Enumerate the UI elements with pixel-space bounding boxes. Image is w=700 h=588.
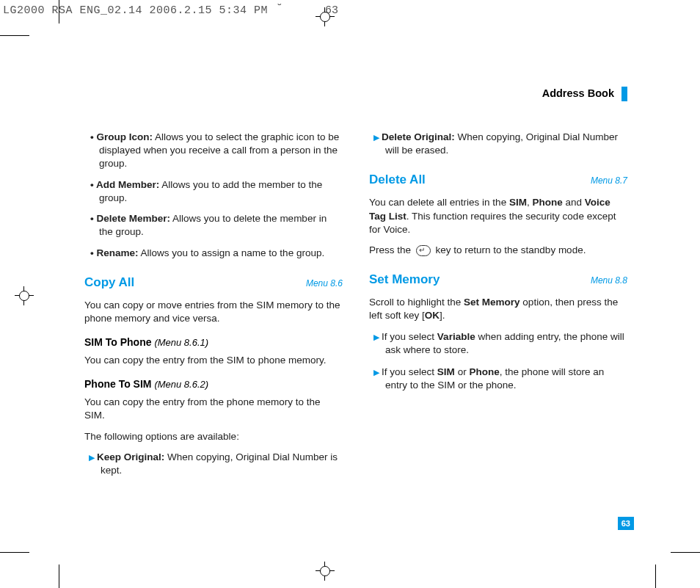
option-keep-original: Keep Original: When copying, Original Di…	[84, 451, 343, 477]
heading-sim-to-phone: SIM To Phone (Menu 8.6.1)	[84, 335, 343, 349]
heading-phone-to-sim: Phone To SIM (Menu 8.6.2)	[84, 377, 343, 391]
option-delete-original: Delete Original: When copying, Original …	[369, 131, 627, 157]
sim-to-phone-text: You can copy the entry from the SIM to p…	[84, 354, 343, 367]
crop-mark	[59, 0, 59, 23]
registration-mark-icon	[316, 562, 335, 581]
phone-to-sim-text: You can copy the entry from the phone me…	[84, 396, 343, 422]
right-column: Delete Original: When copying, Original …	[369, 131, 627, 486]
file-stamp: LG2000 RSA ENG_02.14 2006.2.15 5:34 PM	[3, 4, 268, 17]
section-title: Address Book	[542, 87, 614, 99]
option-sim-or-phone: If you select SIM or Phone, the phone wi…	[369, 366, 627, 392]
crop-mark	[59, 565, 59, 588]
options-intro: The following options are available:	[84, 430, 343, 443]
page-number-badge: 63	[618, 516, 634, 529]
delete-all-p1: You can delete all entries in the SIM, P…	[369, 196, 627, 236]
registration-mark-icon	[15, 286, 34, 305]
heading-copy-all: Copy All Menu 8.6	[84, 275, 343, 291]
copy-all-intro: You can copy or move entries from the SI…	[84, 299, 343, 325]
delete-all-p2: Press the key to return to the standby m…	[369, 244, 627, 257]
crop-mark	[0, 35, 29, 36]
header-glyph: ˘	[276, 3, 283, 16]
end-key-icon	[416, 245, 431, 256]
heading-set-memory: Set Memory Menu 8.8	[369, 272, 627, 288]
section-header: Address Book	[84, 87, 627, 131]
menu-ref: Menu 8.8	[591, 275, 627, 286]
option-variable: If you select Variable when adding entry…	[369, 330, 627, 357]
crop-mark	[0, 552, 29, 553]
left-column: Group Icon: Allows you to select the gra…	[84, 131, 343, 486]
bullet-add-member: Add Member: Allows you to add the member…	[84, 178, 343, 205]
bullet-group-icon: Group Icon: Allows you to select the gra…	[84, 131, 343, 171]
bullet-delete-member: Delete Member: Allows you to delete the …	[84, 212, 343, 239]
heading-delete-all: Delete All Menu 8.7	[369, 172, 627, 189]
menu-ref: Menu 8.6	[306, 277, 343, 289]
page-content: Address Book Group Icon: Allows you to s…	[84, 87, 627, 486]
registration-mark-icon	[316, 7, 335, 26]
crop-mark	[655, 565, 656, 588]
crop-mark	[671, 552, 700, 553]
bullet-rename: Rename: Allows you to assign a name to t…	[84, 247, 343, 260]
menu-ref: Menu 8.7	[591, 175, 627, 186]
set-memory-intro: Scroll to highlight the Set Memory optio…	[369, 296, 627, 322]
section-marker-icon	[621, 87, 627, 101]
